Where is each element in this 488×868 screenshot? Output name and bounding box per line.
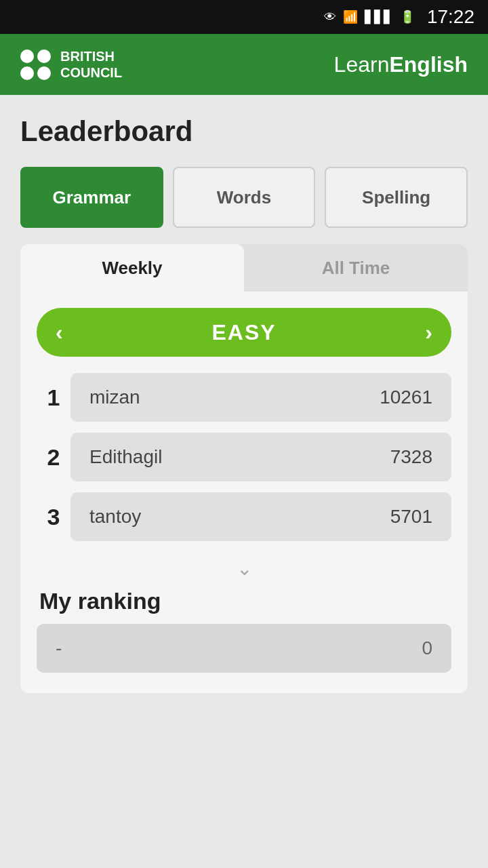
logo-dot-2: [37, 50, 51, 63]
entry-score-3: 5701: [390, 506, 432, 528]
entry-name-3: tantoy: [89, 506, 141, 528]
entry-card-3: tantoy 5701: [70, 492, 451, 541]
logo-text: BRITISH COUNCIL: [60, 48, 122, 81]
rank-number-2: 2: [37, 444, 70, 471]
difficulty-label: EASY: [211, 320, 276, 345]
difficulty-prev-button[interactable]: ‹: [56, 320, 63, 345]
my-ranking-section: My ranking - 0: [37, 588, 451, 673]
battery-icon: 🔋: [400, 9, 415, 24]
logo-dot-3: [20, 66, 34, 80]
my-rank-position: -: [56, 637, 62, 659]
my-ranking-title: My ranking: [37, 588, 451, 624]
entry-score-1: 10261: [380, 387, 432, 408]
status-bar: 👁 📶 ▋▋▋ 🔋 17:22: [0, 0, 488, 34]
signal-icon: ▋▋▋: [365, 9, 393, 24]
difficulty-next-button[interactable]: ›: [425, 320, 432, 345]
difficulty-selector: ‹ EASY ›: [37, 308, 451, 357]
leaderboard-panel: Weekly All Time ‹ EASY › 1 mizan 10261: [20, 244, 468, 693]
learn-english-logo: LearnEnglish: [334, 52, 468, 77]
wifi-icon: 📶: [343, 9, 358, 24]
entry-score-2: 7328: [390, 446, 432, 468]
tab-words[interactable]: Words: [173, 167, 316, 228]
app-header: BRITISH COUNCIL LearnEnglish: [0, 34, 488, 95]
status-icons: 👁 📶 ▋▋▋ 🔋 17:22: [324, 6, 474, 28]
logo-dot-4: [37, 66, 51, 80]
rank-number-3: 3: [37, 504, 70, 530]
rank-number-1: 1: [37, 384, 70, 411]
inner-panel: ‹ EASY › 1 mizan 10261 2 Edithagil 7328: [20, 292, 468, 693]
category-tabs: Grammar Words Spelling: [20, 167, 468, 228]
main-content: Leaderboard Grammar Words Spelling Weekl…: [0, 95, 488, 707]
status-time: 17:22: [427, 6, 474, 28]
my-rank-score: 0: [422, 637, 432, 659]
eye-icon: 👁: [324, 10, 336, 24]
entry-card-2: Edithagil 7328: [70, 433, 451, 481]
time-tabs: Weekly All Time: [20, 244, 468, 292]
leaderboard-row-3: 3 tantoy 5701: [37, 492, 451, 541]
leaderboard-row-1: 1 mizan 10261: [37, 373, 451, 422]
my-ranking-card: - 0: [37, 624, 451, 673]
leaderboard-row-2: 2 Edithagil 7328: [37, 433, 451, 481]
page-title: Leaderboard: [20, 115, 468, 148]
tab-weekly[interactable]: Weekly: [20, 244, 244, 292]
logo-dots: [20, 50, 51, 80]
tab-grammar[interactable]: Grammar: [20, 167, 163, 228]
tab-alltime[interactable]: All Time: [244, 244, 468, 292]
logo: BRITISH COUNCIL: [20, 48, 122, 81]
entry-card-1: mizan 10261: [70, 373, 451, 422]
expand-chevron[interactable]: ⌄: [37, 552, 451, 588]
tab-spelling[interactable]: Spelling: [325, 167, 468, 228]
entry-name-1: mizan: [89, 387, 140, 408]
logo-dot-1: [20, 50, 34, 63]
entry-name-2: Edithagil: [89, 446, 162, 468]
